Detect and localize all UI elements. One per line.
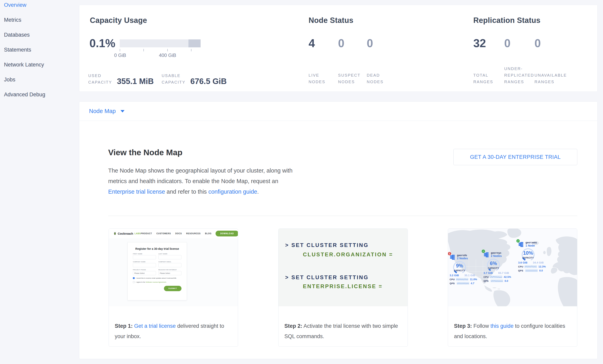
first-name-field[interactable] bbox=[133, 255, 156, 259]
unavailable-ranges-value: 0 bbox=[534, 38, 541, 49]
sql-prompt: > bbox=[285, 275, 289, 280]
form-title: Register for a 30-day trial license bbox=[133, 247, 182, 250]
capacity-axis-tick bbox=[143, 49, 144, 51]
sidebar-item-jobs[interactable]: Jobs bbox=[0, 72, 79, 87]
map-node-sfo[interactable]: 1 geo=sfo 2 Nodes bbox=[450, 254, 476, 285]
mock-nav-resources[interactable]: RESOURCES bbox=[186, 232, 201, 235]
enterprise-trial-license-link[interactable]: Enterprise trial license bbox=[108, 188, 165, 195]
this-guide-link[interactable]: this guide bbox=[490, 323, 514, 329]
total-ranges-value: 32 bbox=[473, 38, 486, 49]
cluster-overview-page: Overview Metrics Databases Statements Ne… bbox=[0, 0, 603, 364]
map-node-nyc[interactable]: ✓ geo=nyc 2 Nodes bbox=[484, 251, 510, 282]
company-email-field[interactable] bbox=[158, 263, 182, 267]
under-replicated-ranges-value: 0 bbox=[504, 38, 510, 49]
usable-capacity-label: USABLE CAPACITY bbox=[162, 72, 187, 86]
cluster-summary-card: Capacity Usage 0.1% 0 GiB 400 GiB USED C… bbox=[79, 5, 598, 92]
sidebar-item-databases[interactable]: Databases bbox=[0, 27, 79, 42]
step-2-card: > SET CLUSTER SETTING CLUSTER.ORGANIZATI… bbox=[278, 229, 408, 347]
sql-setting: CLUSTER.ORGANIZATION = bbox=[303, 252, 407, 257]
capacity-label: CAPACITY bbox=[452, 269, 467, 272]
cpu-label: CPU bbox=[484, 276, 489, 278]
first-name-label: FIRST NAME bbox=[133, 253, 156, 254]
cockroach-bug-icon bbox=[114, 232, 116, 235]
trial-license-form: Register for a 30-day trial license FIRS… bbox=[128, 242, 187, 300]
cpu-value: 11.0% bbox=[470, 278, 477, 281]
email-optin-text: I would like to receive email updates ab… bbox=[136, 277, 177, 279]
capacity-usage-title: Capacity Usage bbox=[90, 16, 147, 25]
map-node-ams[interactable]: ✓ geo=ams 1 Node bbox=[518, 241, 545, 272]
suspect-nodes-label: SUSPECT NODES bbox=[338, 72, 364, 85]
cpu-value: 42.5% bbox=[504, 276, 511, 278]
project-phase-label: PROJECT PHASE bbox=[133, 269, 156, 270]
cockroach-labs-logo: CockroachLABS bbox=[114, 232, 141, 235]
sql-keyword: SET CLUSTER SETTING bbox=[291, 242, 369, 248]
sql-keyword: SET CLUSTER SETTING bbox=[291, 275, 369, 280]
step-3-card: 1 geo=sfo 2 Nodes bbox=[448, 229, 577, 347]
database-stack-icon: ✓ bbox=[484, 251, 489, 257]
mock-nav-docs[interactable]: DOCS bbox=[175, 232, 182, 235]
software-license-agreement-link[interactable]: Software License Agreement. bbox=[146, 281, 167, 283]
capacity-percent: 10% bbox=[521, 250, 535, 256]
used-capacity-value: 355.1 MiB bbox=[117, 77, 154, 85]
capacity-percent: 0.1% bbox=[89, 38, 115, 49]
cpu-label: CPU bbox=[518, 265, 523, 268]
live-nodes-value: 4 bbox=[309, 38, 315, 49]
locality-name: geo=sfo bbox=[457, 254, 468, 257]
node-count: 2 Nodes bbox=[457, 257, 468, 260]
qps-sparkline bbox=[525, 269, 538, 272]
cpu-value: 12.3% bbox=[538, 265, 546, 268]
submit-button[interactable]: SUBMIT bbox=[164, 286, 182, 291]
database-stack-icon: ✓ bbox=[518, 241, 524, 247]
sidebar-item-overview[interactable]: Overview bbox=[0, 0, 79, 12]
description-text: . bbox=[257, 188, 259, 195]
mock-nav-blog[interactable]: BLOG bbox=[205, 232, 211, 235]
sql-prompt: > bbox=[285, 242, 289, 248]
step-1-caption: Step 1: Get a trial license delivered st… bbox=[109, 312, 238, 342]
capacity-axis-tick bbox=[191, 49, 191, 51]
project-phase-select[interactable]: Please Select bbox=[133, 271, 156, 275]
mock-nav-customers[interactable]: CUSTOMERS bbox=[156, 232, 171, 235]
capacity-gauge: 9% CAPACITY bbox=[452, 260, 467, 275]
replication-status-title: Replication Status bbox=[473, 16, 540, 25]
total-ranges-label: TOTAL RANGES bbox=[473, 72, 497, 85]
get-enterprise-trial-button[interactable]: GET A 30-DAY ENTERPRISE TRIAL bbox=[453, 149, 577, 165]
last-name-label: LAST NAME bbox=[158, 253, 182, 254]
agree-text: I agree to the bbox=[136, 281, 146, 283]
step-2-sql-block: > SET CLUSTER SETTING CLUSTER.ORGANIZATI… bbox=[278, 229, 407, 306]
email-optin-checkbox[interactable] bbox=[133, 277, 135, 279]
node-count: 1 Node bbox=[525, 244, 537, 247]
mock-site-nav: PRODUCT CUSTOMERS DOCS RESOURCES BLOG bbox=[141, 232, 211, 235]
step-1-card: CockroachLABS PRODUCT CUSTOMERS DOCS RES… bbox=[109, 229, 238, 347]
configuration-guide-link[interactable]: configuration guide bbox=[208, 188, 257, 195]
capacity-stats: USED CAPACITY 355.1 MiB USABLE CAPACITY … bbox=[88, 72, 227, 86]
node-count: 2 Nodes bbox=[491, 254, 502, 257]
company-name-field[interactable] bbox=[133, 263, 156, 267]
qps-sparkline bbox=[491, 280, 503, 282]
reason-for-interest-label: REASON FOR INTEREST bbox=[158, 269, 182, 270]
node-map-description: The Node Map shows the geographical layo… bbox=[108, 165, 296, 197]
mock-nav-product[interactable]: PRODUCT bbox=[141, 232, 152, 235]
dead-nodes-value: 0 bbox=[367, 38, 373, 49]
license-agreement-checkbox[interactable] bbox=[133, 281, 135, 283]
get-trial-license-link[interactable]: Get a trial license bbox=[134, 323, 176, 329]
sidebar-item-metrics[interactable]: Metrics bbox=[0, 12, 79, 27]
view-selector-label: Node Map bbox=[89, 108, 116, 114]
capacity-axis-label: 0 GiB bbox=[114, 53, 126, 58]
capacity-percent: 6% bbox=[486, 261, 501, 266]
capacity-label: CAPACITY bbox=[486, 267, 501, 269]
used-capacity-label: USED CAPACITY bbox=[88, 72, 114, 86]
node-map-view-selector[interactable]: Node Map bbox=[89, 108, 125, 114]
steps-row: CockroachLABS PRODUCT CUSTOMERS DOCS RES… bbox=[109, 229, 577, 347]
step-3-map-preview: 1 geo=sfo 2 Nodes bbox=[448, 229, 577, 306]
step-2-caption: Step 2: Activate the trial license with … bbox=[278, 312, 407, 342]
last-name-field[interactable] bbox=[158, 255, 182, 259]
healthy-node-badge: ✓ bbox=[516, 239, 520, 243]
reason-for-interest-select[interactable]: Please Select bbox=[158, 271, 182, 275]
mock-download-button[interactable]: DOWNLOAD bbox=[216, 231, 238, 236]
sidebar-item-advanced-debug[interactable]: Advanced Debug bbox=[0, 87, 79, 102]
qps-value: 4.7 bbox=[471, 282, 474, 285]
sidebar-item-statements[interactable]: Statements bbox=[0, 42, 79, 57]
sidebar-item-network-latency[interactable]: Network Latency bbox=[0, 57, 79, 72]
node-map-promo: View the Node Map The Node Map shows the… bbox=[79, 121, 597, 359]
suspect-nodes-value: 0 bbox=[338, 38, 344, 49]
